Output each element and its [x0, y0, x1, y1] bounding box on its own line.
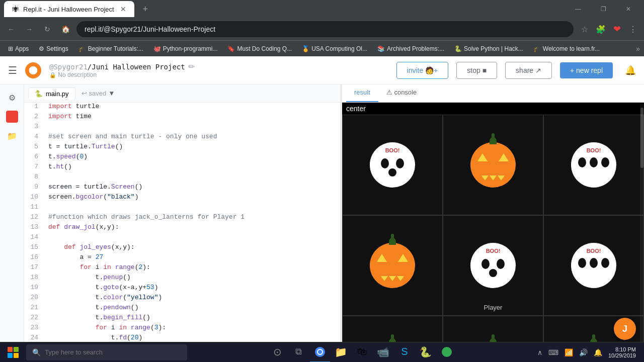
right-panel: result ⚠ console center BOO! — [342, 84, 644, 362]
taskbar-skype[interactable]: S — [394, 342, 415, 363]
pumpkin-eye-left-1 — [477, 153, 488, 161]
invite-button[interactable]: invite 🧑+ — [396, 62, 449, 79]
search-bar[interactable]: 🔍 — [26, 344, 187, 360]
tab-filename: main.py — [46, 90, 69, 98]
code-line-12: 12 #function which draws jack_o_lanterns… — [24, 213, 340, 223]
code-line-2: 2 import time — [24, 113, 340, 123]
line-content-2: import time — [44, 113, 340, 123]
settings-sidebar-button[interactable]: ⚙ — [3, 88, 21, 107]
taskbar-file-explorer[interactable]: 📁 — [331, 342, 351, 363]
stop-button[interactable]: stop ■ — [456, 62, 497, 79]
search-input[interactable] — [45, 348, 181, 356]
taskbar-python[interactable]: 🐍 — [416, 342, 436, 363]
taskbar-zoom[interactable]: 📹 — [373, 342, 393, 363]
tray-up-icon[interactable]: ∧ — [535, 348, 544, 356]
edit-icon[interactable]: ✏ — [188, 62, 195, 71]
bookmark-archived[interactable]: 📚 Archived Problems:... — [373, 44, 448, 53]
volume-icon[interactable]: 🔊 — [577, 348, 590, 356]
line-num-11: 11 — [24, 203, 44, 213]
bookmark-welcome[interactable]: 🎓 Welcome to learn.fr... — [529, 44, 604, 53]
code-line-20: 20 t.color("yellow") — [24, 294, 340, 304]
win-quad-4 — [14, 353, 19, 358]
panel-content[interactable]: center BOO! — [342, 103, 644, 362]
forward-button[interactable]: → — [22, 22, 36, 36]
panel-scroll-thumb — [640, 108, 643, 168]
files-button[interactable]: 📁 — [3, 127, 21, 145]
vivaldi-icon[interactable]: ❤ — [610, 22, 624, 36]
result-tab[interactable]: result — [346, 84, 378, 102]
debug-button[interactable] — [6, 111, 18, 123]
line-content-10: screen.bgcolor("black") — [44, 193, 340, 203]
code-area[interactable]: 1 import turtle 2 import time 3 4 #set s… — [24, 103, 340, 362]
active-tab[interactable]: 🕷 Repl.it - Juni Halloween Project ✕ — [4, 1, 134, 17]
ghost-mouth-1 — [388, 168, 396, 176]
keyboard-icon[interactable]: ⌨ — [546, 348, 560, 356]
grid-cell-2-1 — [342, 215, 443, 316]
ghost-eye-right-1 — [396, 158, 404, 168]
reload-button[interactable]: ↻ — [40, 22, 54, 36]
main-py-tab[interactable]: 🐍 main.py — [28, 87, 75, 100]
back-button[interactable]: ← — [4, 22, 18, 36]
notifications-button[interactable]: 🔔 — [625, 65, 636, 76]
bookmark-mustdo[interactable]: 🔖 Must Do Coding Q... — [223, 44, 296, 53]
tab-dropdown-button[interactable]: ▼ — [108, 89, 115, 97]
lock-icon: 🔒 — [49, 72, 56, 78]
grid-cell-2-2: BOO! Player — [443, 215, 543, 316]
svg-point-0 — [29, 66, 38, 74]
more-button[interactable]: ⋮ — [626, 22, 640, 36]
close-button[interactable]: ✕ — [617, 1, 640, 17]
center-label: center — [342, 103, 644, 115]
bookmark-usa[interactable]: 🏅 USA Computing Ol... — [298, 44, 371, 53]
pumpkin-eye-left-2 — [377, 254, 387, 262]
minimize-button[interactable]: — — [567, 1, 590, 17]
pumpkin-eye-right-1 — [499, 153, 509, 161]
taskbar-chrome[interactable] — [310, 342, 330, 363]
bookmark-settings[interactable]: ⚙ Settings — [35, 44, 72, 53]
code-line-11: 11 — [24, 203, 340, 213]
bookmark-archived-label: Archived Problems:... — [387, 45, 444, 52]
taskbar-browser2[interactable] — [437, 342, 457, 363]
line-num-22: 22 — [24, 314, 44, 324]
more-bookmarks-button[interactable]: » — [636, 45, 640, 53]
ghost-eye-4-1 — [578, 258, 586, 268]
taskbar-cortana[interactable]: ⊙ — [268, 342, 288, 363]
mustdo-icon: 🔖 — [227, 45, 235, 52]
new-repl-button[interactable]: + new repl — [560, 62, 613, 78]
bookmark-python[interactable]: 🐙 Python-programmi... — [149, 44, 222, 53]
bookmark-apps[interactable]: ⊞ Apps — [4, 44, 33, 53]
ghost-eye-left-3 — [481, 259, 490, 269]
taskbar-store[interactable]: 🛍 — [352, 342, 372, 363]
line-content-20: t.color("yellow") — [44, 294, 340, 304]
home-button[interactable]: 🏠 — [58, 22, 72, 36]
archived-icon: 📚 — [377, 45, 385, 52]
line-content-23: for i in range(3): — [44, 324, 340, 334]
ghost-4: BOO! — [571, 243, 616, 288]
url-input[interactable] — [76, 21, 574, 37]
console-tab[interactable]: ⚠ console — [378, 84, 425, 102]
notification-icon[interactable]: 🔔 — [592, 348, 604, 356]
maximize-button[interactable]: ❐ — [592, 1, 615, 17]
new-tab-button[interactable]: + — [138, 2, 152, 16]
panel-vertical-scrollbar[interactable] — [640, 103, 644, 356]
network-icon[interactable]: 📶 — [562, 348, 575, 356]
time-display[interactable]: 8:10 PM 10/29/2019 — [606, 346, 638, 358]
taskbar-task-view[interactable]: ⧉ — [289, 342, 309, 363]
start-button[interactable] — [2, 342, 24, 363]
bookmark-star-button[interactable]: ☆ — [578, 22, 592, 36]
tab-close-button[interactable]: ✕ — [120, 5, 126, 13]
line-num-12: 12 — [24, 213, 44, 223]
windows-icon — [8, 347, 19, 358]
bookmark-solvepython[interactable]: 🐍 Solve Python | Hack... — [450, 44, 527, 53]
line-content-18: t.penup() — [44, 274, 340, 284]
code-line-18: 18 t.penup() — [24, 274, 340, 284]
replit-j-button[interactable]: J — [614, 318, 636, 340]
ghost-eye-4-2 — [590, 258, 598, 268]
share-button[interactable]: share ↗ — [505, 62, 552, 79]
extensions-button[interactable]: 🧩 — [594, 22, 608, 36]
bookmark-beginner[interactable]: 🎓 Beginner Tutorials:... — [74, 44, 147, 53]
line-num-19: 19 — [24, 284, 44, 294]
replit-logo-button[interactable] — [25, 62, 41, 78]
code-line-21: 21 t.pendown() — [24, 304, 340, 314]
line-num-18: 18 — [24, 274, 44, 284]
hamburger-button[interactable]: ☰ — [8, 64, 17, 76]
